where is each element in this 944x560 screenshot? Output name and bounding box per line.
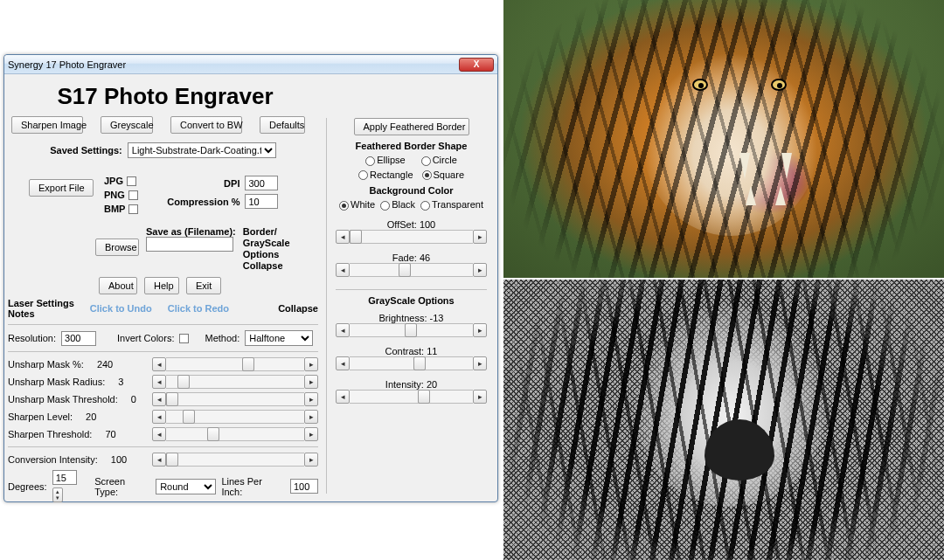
border-collapse-label[interactable]: Border/ GrayScale Options Collapse [243,226,290,272]
dpi-input[interactable] [245,176,278,190]
bg-white-radio[interactable]: White [339,199,375,211]
degrees-input[interactable] [52,470,77,485]
sharpen-level-slider[interactable]: ◂ ▸ [152,410,318,424]
saveas-input[interactable] [146,237,233,252]
conversion-intensity-slider[interactable]: ◂ ▸ [152,453,318,467]
feathered-border-shape-heading: Feathered Border Shape [336,141,487,151]
contrast-label: Contrast: [385,346,425,356]
defaults-button[interactable]: Defaults [260,116,305,134]
method-label: Method: [205,333,239,343]
jpg-label: JPG [104,176,123,186]
bmp-label: BMP [104,204,125,214]
laser-notes-label[interactable]: Laser Settings Notes [8,298,74,319]
sharpen-level-label: Sharpen Level: [8,411,73,422]
invert-colors-checkbox[interactable] [179,334,189,343]
saveas-label: Save as (Filename): [146,226,236,237]
screen-type-select[interactable]: Round [156,479,216,494]
preview-processed-image [503,280,944,560]
offset-slider[interactable]: ◂ ▸ [336,230,487,244]
shape-square-radio[interactable]: Square [422,169,464,181]
collapse-link[interactable]: Collapse [278,303,318,314]
browse-button[interactable]: Browse [95,239,139,256]
export-file-button[interactable]: Export File [29,179,94,197]
compression-label: Compression % [167,197,239,207]
shape-circle-radio[interactable]: Circle [421,155,457,166]
lpi-input[interactable] [290,479,318,494]
screen-type-label: Screen Type: [94,476,150,497]
window-title: Synergy 17 Photo Engraver [8,59,459,70]
resolution-input[interactable] [61,331,96,346]
undo-link[interactable]: Click to Undo [90,303,152,314]
shape-rectangle-radio[interactable]: Rectangle [358,169,413,181]
contrast-slider[interactable]: ◂ ▸ [336,356,487,370]
brightness-slider[interactable]: ◂ ▸ [336,323,487,337]
png-checkbox[interactable] [128,190,138,200]
saved-settings-label: Saved Settings: [50,145,122,156]
fade-slider[interactable]: ◂ ▸ [336,263,487,277]
intensity-label: Intensity: [385,379,424,390]
app-heading: S17 Photo Engraver [17,83,314,110]
bmp-checkbox[interactable] [128,204,138,214]
background-color-heading: Background Color [336,185,487,196]
greyscale-button[interactable]: Greyscale [101,116,153,134]
degrees-spinner[interactable]: ▴▾ [52,487,63,502]
compression-input[interactable] [245,194,278,209]
sharpen-button[interactable]: Sharpen Image [11,116,83,134]
dpi-label: DPI [224,178,239,189]
unsharp-mask-radius-label: Unsharp Mask Radius: [8,377,105,387]
sharpen-threshold-label: Sharpen Threshold: [8,429,92,439]
grayscale-options-heading: GrayScale Options [336,295,487,306]
resolution-label: Resolution: [8,333,56,343]
apply-feathered-border-button[interactable]: Apply Feathered Border [354,118,469,135]
bg-black-radio[interactable]: Black [380,199,415,211]
help-button[interactable]: Help [144,277,179,294]
exit-button[interactable]: Exit [186,277,221,294]
about-button[interactable]: About [99,277,137,294]
titlebar[interactable]: Synergy 17 Photo Engraver X [4,55,497,74]
sharpen-threshold-slider[interactable]: ◂ ▸ [152,427,318,441]
shape-ellipse-radio[interactable]: Ellipse [365,155,405,166]
degrees-label: Degrees: [8,481,47,492]
unsharp-mask-pct-label: Unsharp Mask %: [8,359,84,370]
conversion-intensity-label: Conversion Intensity: [8,454,98,465]
unsharp-mask-pct-slider[interactable]: ◂ ▸ [152,357,318,371]
invert-colors-label: Invert Colors: [117,333,174,343]
convert-bw-button[interactable]: Convert to BW [170,116,242,134]
unsharp-mask-threshold-label: Unsharp Mask Threshold: [8,394,118,404]
brightness-label: Brightness: [379,313,427,323]
lpi-label: Lines Per Inch: [221,476,285,497]
redo-link[interactable]: Click to Redo [168,303,229,314]
saved-settings-select[interactable]: Light-Substrate-Dark-Coating.txt [128,142,276,158]
bg-transparent-radio[interactable]: Transparent [420,199,483,211]
unsharp-mask-radius-slider[interactable]: ◂ ▸ [152,375,318,389]
right-arrow-icon[interactable]: ▸ [304,357,318,371]
app-window: Synergy 17 Photo Engraver X S17 Photo En… [3,54,498,502]
unsharp-mask-threshold-slider[interactable]: ◂ ▸ [152,392,318,406]
close-button[interactable]: X [459,58,494,72]
left-arrow-icon[interactable]: ◂ [152,357,166,371]
offset-label: OffSet: [387,219,417,230]
preview-original-image [503,0,944,278]
png-label: PNG [104,190,125,200]
intensity-slider[interactable]: ◂ ▸ [336,390,487,404]
method-select[interactable]: Halftone [245,330,313,346]
jpg-checkbox[interactable] [127,176,136,186]
fade-label: Fade: [392,252,417,263]
